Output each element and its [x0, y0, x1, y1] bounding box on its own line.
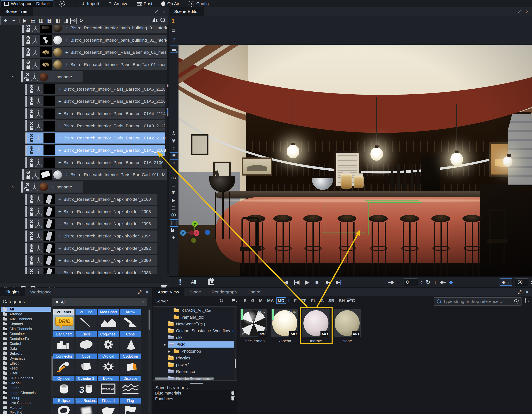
category-item[interactable]: Image	[1, 386, 51, 390]
plugin-tile[interactable]: DexterTEXT-CRAWL	[98, 376, 119, 396]
lock-icon[interactable]	[30, 250, 33, 252]
prev-frame-icon[interactable]: ◀	[284, 279, 288, 285]
category-item[interactable]: Data	[1, 346, 51, 351]
expand-plus-icon[interactable]: +	[58, 270, 61, 274]
eye-icon[interactable]	[26, 73, 29, 76]
filter-letter-s[interactable]: S	[241, 297, 249, 304]
lock-icon[interactable]	[30, 201, 33, 203]
menu-post[interactable]: Post	[137, 1, 152, 6]
step-forward-icon[interactable]: |▶	[324, 279, 330, 285]
maximize-icon[interactable]: ⤢	[518, 289, 522, 295]
expand-plus-icon[interactable]: +	[65, 49, 68, 55]
plugin-tile[interactable]: Cycloid	[98, 353, 119, 374]
filter-letter-i[interactable]: I	[286, 297, 292, 304]
properties-icon[interactable]: ▤	[29, 16, 37, 25]
run-icon[interactable]: ▶	[21, 16, 28, 25]
server-tree-item[interactable]: ▶PBR	[168, 341, 234, 348]
tree-row[interactable]: YZX+Bistro_Research_Interior_paris_build…	[22, 25, 167, 33]
tree-row[interactable]: YZX+Bistro_Research_Interior_Paris_Barst…	[25, 108, 165, 119]
server-tree-item[interactable]: XTAON_Art_Car	[153, 307, 238, 313]
tree-row[interactable]: YZX+Bistro_Research_Interior_Paris_Barst…	[25, 157, 162, 168]
expand-plus-icon[interactable]: +	[65, 172, 68, 178]
search-input[interactable]: Type string or drop reference...	[434, 297, 522, 305]
eye-icon[interactable]	[27, 61, 30, 64]
filter-letter-ma[interactable]: MA	[265, 297, 276, 304]
expand-arrow-icon[interactable]: ▶	[168, 350, 171, 353]
lock-icon[interactable]	[30, 140, 33, 142]
menu-onair[interactable]: On Air	[161, 1, 179, 6]
tree-stats-icon[interactable]	[151, 16, 158, 25]
axis-z-handle[interactable]: z	[180, 230, 186, 236]
expand-plus-icon[interactable]: +	[58, 147, 61, 154]
category-item[interactable]: Default	[1, 351, 51, 356]
tree-row[interactable]: YZX+Bistro_Research_Interior_Paris_Barst…	[25, 96, 165, 107]
plugin-filter-dropdown[interactable]: * All ▾	[53, 298, 147, 306]
delete-icon[interactable]	[231, 391, 234, 395]
maximize-icon[interactable]: ⤢	[155, 9, 158, 14]
eye-icon[interactable]	[27, 25, 30, 27]
render-viewport[interactable]: y z x	[179, 45, 532, 276]
eye-icon[interactable]	[30, 146, 33, 150]
unlock-icon[interactable]	[26, 189, 29, 191]
server-tree-item[interactable]: Octane_Substance_Workflow_test	[153, 328, 238, 334]
info-icon[interactable]: ▧	[170, 36, 178, 43]
tree-search-icon[interactable]	[159, 16, 166, 25]
plugin-tile[interactable]: Filecard	[98, 398, 119, 414]
close-icon[interactable]: ×	[146, 289, 149, 295]
play-box-icon[interactable]: ▶	[170, 197, 178, 204]
plugin-tile[interactable]: Flag	[120, 398, 141, 414]
minus-icon[interactable]: −	[397, 279, 400, 285]
filter-letter-a[interactable]: A	[318, 297, 326, 304]
workspace-selector[interactable]: Workspace - Default	[1, 0, 53, 7]
expand-plus-icon[interactable]: +	[51, 184, 54, 190]
category-item[interactable]: PixelFX	[1, 410, 51, 414]
plus-icon[interactable]: +	[434, 279, 437, 285]
refresh-assets-icon[interactable]: ↻	[219, 298, 223, 304]
unlock-icon[interactable]	[26, 79, 29, 81]
eye-icon[interactable]	[26, 183, 29, 186]
plugin-tile[interactable]: Cylinder 33	[76, 376, 97, 396]
filter-letter-m[interactable]: M	[257, 297, 265, 304]
tree-row[interactable]: YZX+Bistro_Research_Interior_Napkinholde…	[25, 230, 157, 241]
eye-icon[interactable]	[30, 110, 33, 113]
lock-icon[interactable]	[30, 91, 33, 93]
refresh-icon[interactable]: ↻	[77, 16, 85, 25]
expand-plus-icon[interactable]: +	[65, 37, 68, 43]
speed-mode-button[interactable]: ◆→	[500, 278, 512, 286]
plugin-tile[interactable]: 2D Line	[76, 309, 97, 330]
plugin-tile[interactable]: Eclipse	[53, 398, 75, 414]
tree-row[interactable]: YZX+Bistro_Research_Interior_Napkinholde…	[25, 194, 157, 205]
tab-stage[interactable]: Stage	[184, 288, 206, 296]
speed-spinner[interactable]: ▴▾	[531, 280, 532, 284]
jump-end-icon[interactable]: ▶|	[336, 279, 342, 285]
saved-search-item[interactable]: Fontfaces	[153, 396, 237, 402]
category-item[interactable]: Container	[1, 331, 51, 336]
plugin-tile[interactable]: Cogwheel	[98, 331, 119, 352]
lock-icon[interactable]	[30, 262, 33, 265]
server-tree-item[interactable]: RenderSequences	[153, 376, 238, 381]
hs-icon[interactable]: HS	[170, 175, 178, 181]
keyframe-lock-icon[interactable]	[208, 277, 214, 288]
plugin-tile[interactable]: Cube	[76, 353, 97, 374]
plugin-tile[interactable]: Area Chart	[98, 309, 119, 330]
tree-row[interactable]: YZX+Bistro_Research_Interior_Napkinholde…	[25, 218, 157, 229]
category-item[interactable]: GFX Channels	[1, 376, 51, 381]
server-tree-item[interactable]: okk	[153, 335, 238, 341]
plugin-tile[interactable]: 2DLabelDRID	[53, 309, 75, 330]
category-item[interactable]: Material	[1, 405, 51, 410]
plugin-grid-scrollbar[interactable]	[148, 309, 151, 413]
eye-icon[interactable]	[30, 220, 33, 223]
server-tree-item[interactable]: ▶Photoshop	[153, 348, 238, 354]
lock-icon[interactable]	[30, 103, 33, 105]
category-item[interactable]: Aux Channels	[1, 317, 51, 322]
server-tree-scrollbar[interactable]	[235, 307, 236, 380]
plugin-tile[interactable]: Circle	[76, 331, 97, 352]
advanced-search-icon[interactable]	[525, 299, 526, 302]
tree-row[interactable]: YZX+Bistro_Research_Interior_Paris_BeerT…	[22, 59, 167, 70]
layer-toggle-icon[interactable]	[179, 277, 181, 288]
category-item[interactable]: Effect	[1, 361, 51, 366]
expand-plus-icon[interactable]: +	[58, 196, 61, 202]
filter-letter-f[interactable]: F	[292, 297, 299, 304]
tree-row[interactable]: YZX+Bistro_Research_Interior_paris_build…	[22, 35, 167, 46]
light-icon[interactable]: ☼	[170, 145, 178, 151]
